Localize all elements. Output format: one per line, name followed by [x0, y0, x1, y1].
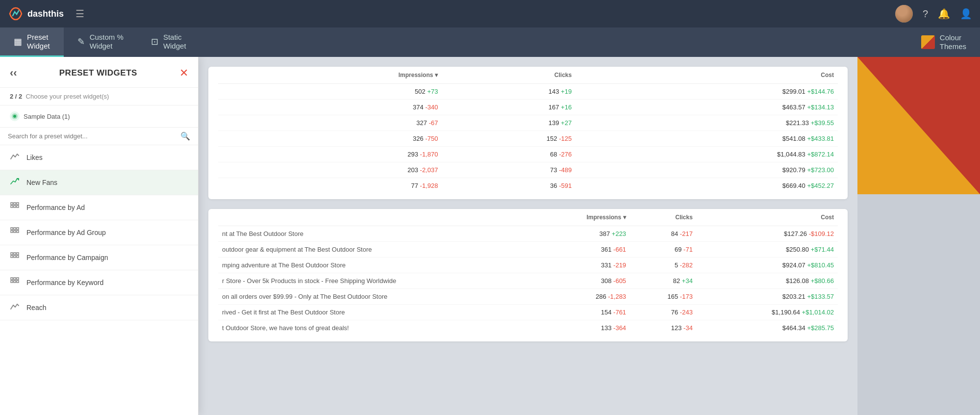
cell-clicks: 68 -276 — [442, 147, 576, 162]
search-icon[interactable]: 🔍 — [180, 131, 190, 141]
colour-themes-panel — [857, 57, 980, 415]
svg-rect-5 — [11, 206, 13, 208]
cell-impressions: 387 +223 — [534, 226, 630, 242]
data-table-1: Impressions ▾ Clicks Cost 502 +73 143 +1… — [218, 67, 838, 193]
sidebar-item-performance-ad-label: Performance by Ad — [26, 204, 85, 211]
sidebar-item-likes[interactable]: Likes — [0, 145, 198, 170]
col-cost2-header: Cost — [697, 209, 838, 226]
cell-clicks: 69 -71 — [630, 242, 697, 258]
col-impressions2-header[interactable]: Impressions ▾ — [534, 209, 630, 226]
table-row: t Outdoor Store, we have tons of great d… — [218, 320, 838, 336]
user-icon[interactable]: 👤 — [960, 8, 972, 20]
svg-rect-17 — [11, 256, 13, 258]
help-icon[interactable]: ? — [923, 8, 928, 20]
tab-static-widget[interactable]: ⊡ Static Widget — [137, 27, 200, 57]
sidebar-item-performance-ad-group[interactable]: Performance by Ad Group — [0, 220, 198, 245]
table-row: nt at The Best Outdoor Store 387 +223 84… — [218, 226, 838, 242]
logo-text: dashthis — [27, 9, 64, 19]
data-table-2: Impressions ▾ Clicks Cost nt at The Best… — [218, 209, 838, 336]
performance-campaign-icon — [10, 252, 20, 263]
tab-colour-themes[interactable]: Colour Themes — [907, 27, 980, 57]
close-button[interactable]: ✕ — [179, 67, 188, 79]
cell-cost: $1,190.64 +$1,014.02 — [697, 305, 838, 320]
cell-impressions: 326 -750 — [250, 131, 442, 147]
sidebar-header: ‹‹ PRESET WIDGETS ✕ — [0, 57, 198, 88]
cell-impressions: 293 -1,870 — [250, 147, 442, 162]
table-row: 326 -750 152 -125 $541.08 +$433.81 — [218, 131, 838, 147]
main-area: ‹‹ PRESET WIDGETS ✕ 2 / 2 Choose your pr… — [0, 57, 980, 415]
svg-rect-3 — [14, 203, 16, 205]
cell-label: on all orders over $99.99 - Only at The … — [218, 289, 534, 305]
cell-cost: $463.57 +$134.13 — [576, 100, 838, 115]
sidebar-item-performance-keyword[interactable]: Performance by Keyword — [0, 270, 198, 295]
table-row: 327 -67 139 +27 $221.33 +$39.55 — [218, 115, 838, 131]
performance-ad-group-icon — [10, 227, 20, 238]
cell-cost: $250.80 +$71.44 — [697, 242, 838, 258]
sidebar-item-likes-label: Likes — [26, 154, 43, 161]
step-label: Choose your preset widget(s) — [26, 93, 109, 100]
sidebar-item-performance-ad[interactable]: Performance by Ad — [0, 195, 198, 220]
sidebar-item-performance-ad-group-label: Performance by Ad Group — [26, 229, 106, 236]
cell-label — [218, 100, 250, 115]
svg-rect-7 — [17, 206, 19, 208]
notification-icon[interactable]: 🔔 — [938, 8, 950, 20]
table-row: outdoor gear & equipment at The Best Out… — [218, 242, 838, 258]
cell-label: t Outdoor Store, we have tons of great d… — [218, 320, 534, 336]
table-row: 293 -1,870 68 -276 $1,044.83 +$872.14 — [218, 147, 838, 162]
reach-icon — [10, 302, 20, 313]
cell-cost: $127.26 -$109.12 — [697, 226, 838, 242]
svg-rect-6 — [14, 206, 16, 208]
table-row: 502 +73 143 +19 $299.01 +$144.76 — [218, 84, 838, 100]
cell-clicks: 167 +16 — [442, 100, 576, 115]
logo[interactable]: dashthis — [8, 6, 64, 22]
table-card-2: Impressions ▾ Clicks Cost nt at The Best… — [208, 209, 848, 341]
custom-widget-icon: ✎ — [77, 36, 85, 47]
table-row: r Store - Over 5k Products in stock - Fr… — [218, 273, 838, 289]
top-navigation: dashthis ☰ ? 🔔 👤 — [0, 0, 980, 27]
back-button[interactable]: ‹‹ — [10, 67, 17, 79]
sidebar: ‹‹ PRESET WIDGETS ✕ 2 / 2 Choose your pr… — [0, 57, 199, 415]
cell-impressions: 331 -219 — [534, 258, 630, 273]
svg-rect-11 — [11, 231, 13, 233]
sidebar-title: PRESET WIDGETS — [59, 68, 137, 78]
cell-cost: $299.01 +$144.76 — [576, 84, 838, 100]
hamburger-icon[interactable]: ☰ — [75, 8, 84, 20]
table-row: 374 -340 167 +16 $463.57 +$134.13 — [218, 100, 838, 115]
cell-impressions: 374 -340 — [250, 100, 442, 115]
cell-impressions: 154 -761 — [534, 305, 630, 320]
tab-preset-widget[interactable]: ▦ Preset Widget — [0, 27, 64, 57]
tab-custom-line2: Widget — [90, 42, 124, 51]
sample-data-label: Sample Data (1) — [24, 113, 70, 120]
cell-impressions: 327 -67 — [250, 115, 442, 131]
svg-rect-8 — [11, 228, 13, 230]
cell-impressions: 77 -1,928 — [250, 178, 442, 194]
svg-rect-20 — [11, 278, 13, 280]
tab-colour-line1: Colour — [940, 33, 966, 42]
sample-data-icon — [10, 111, 20, 121]
tab-custom-widget[interactable]: ✎ Custom % Widget — [64, 27, 137, 57]
cell-label — [218, 162, 250, 178]
new-fans-icon — [10, 177, 20, 188]
col-ad-header — [218, 67, 250, 84]
search-bar: 🔍 — [0, 128, 198, 145]
search-input[interactable] — [8, 132, 180, 140]
avatar[interactable] — [895, 5, 913, 23]
sample-data-row[interactable]: Sample Data (1) — [0, 105, 198, 128]
col-impressions-header[interactable]: Impressions ▾ — [250, 67, 442, 84]
tab-static-line1: Static — [163, 33, 186, 42]
sidebar-item-reach[interactable]: Reach — [0, 295, 198, 320]
svg-rect-12 — [14, 231, 16, 233]
sidebar-item-performance-campaign[interactable]: Performance by Campaign — [0, 245, 198, 270]
table-row: 77 -1,928 36 -591 $669.40 +$452.27 — [218, 178, 838, 194]
colour-swatch-icon — [921, 35, 935, 49]
svg-rect-24 — [14, 281, 16, 283]
cell-cost: $920.79 +$723.00 — [576, 162, 838, 178]
widget-list: Likes New Fans Performance by Ad Perform… — [0, 145, 198, 415]
sidebar-item-new-fans[interactable]: New Fans — [0, 170, 198, 195]
svg-rect-18 — [14, 256, 16, 258]
tab-colour-line2: Themes — [940, 42, 966, 51]
cell-clicks: 143 +19 — [442, 84, 576, 100]
svg-rect-23 — [11, 281, 13, 283]
svg-point-1 — [13, 115, 16, 118]
cell-cost: $126.08 +$80.66 — [697, 273, 838, 289]
